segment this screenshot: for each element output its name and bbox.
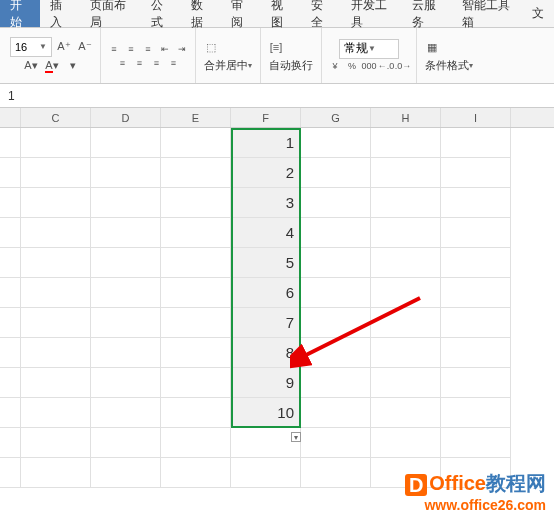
cond-format-button[interactable]: 条件格式▾ xyxy=(423,58,475,73)
font-size-input[interactable] xyxy=(15,41,39,53)
col-header-gutter xyxy=(0,108,21,127)
align-center-icon[interactable]: ≡ xyxy=(132,56,146,70)
tab-formula[interactable]: 公式 xyxy=(141,0,181,27)
number-format-selector[interactable]: 常规▼ xyxy=(339,39,399,59)
number-group: 常规▼ ¥ % 000 ←.0 .0→ xyxy=(322,28,417,83)
decimal-inc-button[interactable]: ←.0 xyxy=(379,59,393,73)
fill-color-button[interactable]: A▾ xyxy=(22,57,40,75)
merge-group: ⬚ 合并居中▾ xyxy=(196,28,261,83)
tab-start[interactable]: 开始 xyxy=(0,0,40,27)
watermark: DOffice教程网 www.office26.com xyxy=(405,470,546,513)
tab-insert[interactable]: 插入 xyxy=(40,0,80,27)
col-header-f[interactable]: F xyxy=(231,108,301,127)
decimal-dec-button[interactable]: .0→ xyxy=(396,59,410,73)
align-middle-icon[interactable]: ≡ xyxy=(124,42,138,56)
watermark-logo: D xyxy=(405,474,427,496)
indent-dec-icon[interactable]: ⇤ xyxy=(158,42,172,56)
watermark-url: www.office26.com xyxy=(405,497,546,513)
currency-button[interactable]: ¥ xyxy=(328,59,342,73)
tab-text[interactable]: 文 xyxy=(522,0,554,27)
col-header-d[interactable]: D xyxy=(91,108,161,127)
cond-format-icon[interactable]: ▦ xyxy=(423,38,441,56)
formula-value: 1 xyxy=(0,89,23,103)
indent-inc-icon[interactable]: ⇥ xyxy=(175,42,189,56)
cell-f4: 4 xyxy=(231,218,301,248)
font-group: ▼ A⁺ A⁻ A▾ A▾ ▾ xyxy=(4,28,101,83)
formula-bar[interactable]: 1 xyxy=(0,84,554,108)
tab-devtools[interactable]: 开发工具 xyxy=(341,0,401,27)
cell-f3: 3 xyxy=(231,188,301,218)
col-header-g[interactable]: G xyxy=(301,108,371,127)
merge-icon[interactable]: ⬚ xyxy=(202,38,220,56)
align-justify-icon[interactable]: ≡ xyxy=(166,56,180,70)
column-headers: C D E F G H I xyxy=(0,108,554,128)
font-color-button[interactable]: A▾ xyxy=(43,57,61,75)
decrease-font-button[interactable]: A⁻ xyxy=(76,38,94,56)
col-header-h[interactable]: H xyxy=(371,108,441,127)
cell-f1: 1 xyxy=(231,128,301,158)
cell-f9: 9 xyxy=(231,368,301,398)
cell-f5: 5 xyxy=(231,248,301,278)
ribbon: ▼ A⁺ A⁻ A▾ A▾ ▾ ≡ ≡ ≡ ⇤ ⇥ ≡ ≡ ≡ ≡ ⬚ 合并居 xyxy=(0,28,554,84)
align-top-icon[interactable]: ≡ xyxy=(107,42,121,56)
tab-pagelayout[interactable]: 页面布局 xyxy=(80,0,140,27)
cell-f2: 2 xyxy=(231,158,301,188)
col-header-c[interactable]: C xyxy=(21,108,91,127)
menu-bar: 开始 插入 页面布局 公式 数据 审阅 视图 安全 开发工具 云服务 智能工具箱… xyxy=(0,0,554,28)
chevron-down-icon: ▼ xyxy=(368,44,376,53)
tab-smarttools[interactable]: 智能工具箱 xyxy=(452,0,522,27)
autofill-options-button[interactable]: ▾ xyxy=(291,432,301,442)
wrap-text-button[interactable]: 自动换行 xyxy=(267,58,315,73)
chevron-down-icon: ▼ xyxy=(39,42,47,51)
col-header-i[interactable]: I xyxy=(441,108,511,127)
align-bottom-icon[interactable]: ≡ xyxy=(141,42,155,56)
cell-f6: 6 xyxy=(231,278,301,308)
tab-security[interactable]: 安全 xyxy=(301,0,341,27)
increase-font-button[interactable]: A⁺ xyxy=(55,38,73,56)
align-group: ≡ ≡ ≡ ⇤ ⇥ ≡ ≡ ≡ ≡ xyxy=(101,28,196,83)
cell-f10: 10 xyxy=(231,398,301,428)
align-left-icon[interactable]: ≡ xyxy=(115,56,129,70)
border-button[interactable]: ▾ xyxy=(64,57,82,75)
font-size-selector[interactable]: ▼ xyxy=(10,37,52,57)
merge-center-button[interactable]: 合并居中▾ xyxy=(202,58,254,73)
spreadsheet: C D E F G H I 1 2 3 4 5 6 7 8 9 10 ▾ xyxy=(0,108,554,488)
cell-f7: 7 xyxy=(231,308,301,338)
wrap-group: [≡] 自动换行 xyxy=(261,28,322,83)
thousands-button[interactable]: 000 xyxy=(362,59,376,73)
tab-data[interactable]: 数据 xyxy=(181,0,221,27)
tab-view[interactable]: 视图 xyxy=(261,0,301,27)
tab-cloud[interactable]: 云服务 xyxy=(402,0,452,27)
wrap-icon[interactable]: [≡] xyxy=(267,38,285,56)
condformat-group: ▦ 条件格式▾ xyxy=(417,28,481,83)
col-header-e[interactable]: E xyxy=(161,108,231,127)
percent-button[interactable]: % xyxy=(345,59,359,73)
cell-f8: 8 xyxy=(231,338,301,368)
align-right-icon[interactable]: ≡ xyxy=(149,56,163,70)
grid[interactable]: 1 2 3 4 5 6 7 8 9 10 ▾ xyxy=(0,128,554,488)
tab-review[interactable]: 审阅 xyxy=(221,0,261,27)
